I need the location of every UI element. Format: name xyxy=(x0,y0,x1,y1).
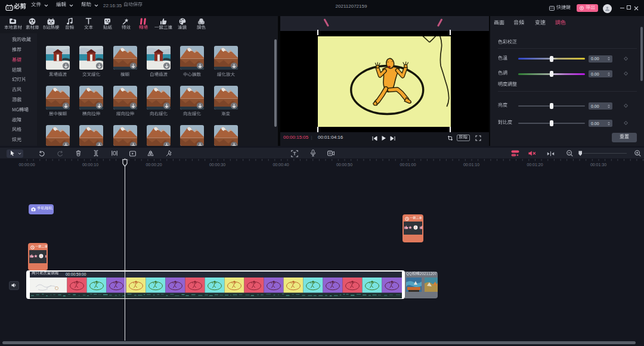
svg-text:0: 0 xyxy=(41,254,42,258)
svg-text:0: 0 xyxy=(415,226,417,229)
